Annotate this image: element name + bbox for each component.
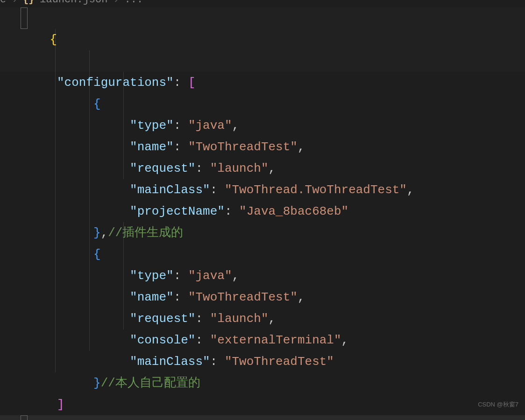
json-key: "name" [130, 140, 174, 154]
chevron-right-icon: › [12, 0, 17, 5]
code-line[interactable]: "console": "externalTerminal", [0, 329, 525, 351]
json-key: "mainClass" [130, 355, 210, 369]
json-key: "type" [130, 269, 174, 283]
code-line[interactable]: "type": "java", [0, 115, 525, 136]
json-string: "java" [188, 119, 232, 133]
json-string: "Java_8bac68eb" [239, 204, 348, 218]
code-line[interactable]: } [0, 415, 525, 420]
json-file-icon: {} [23, 0, 34, 5]
json-string: "TwoThreadTest" [225, 355, 334, 369]
code-line[interactable]: { [0, 93, 525, 115]
code-line[interactable]: { [0, 7, 525, 72]
comment: //本人自己配置的 [101, 376, 200, 390]
code-line[interactable]: "name": "TwoThreadTest", [0, 287, 525, 308]
json-key: "mainClass" [130, 183, 210, 197]
code-line[interactable]: "mainClass": "TwoThread.TwoThreadTest", [0, 179, 525, 201]
breadcrumb-trailing[interactable]: ... [124, 0, 143, 5]
json-key: "console" [130, 333, 195, 347]
json-string: "TwoThreadTest" [188, 140, 298, 154]
code-line[interactable]: "name": "TwoThreadTest", [0, 136, 525, 158]
code-line[interactable]: { [0, 244, 525, 265]
json-string: "externalTerminal" [210, 333, 341, 347]
code-line[interactable]: "projectName": "Java_8bac68eb" [0, 201, 525, 222]
json-string: "launch" [210, 312, 269, 326]
breadcrumb-prefix: e [0, 0, 6, 5]
breadcrumb-filename[interactable]: launch.json [40, 0, 107, 5]
watermark: CSDN @秋窗7 [478, 394, 518, 415]
code-line[interactable]: "type": "java", [0, 265, 525, 287]
json-key: "projectName" [130, 204, 225, 218]
code-line[interactable]: },//插件生成的 [0, 222, 525, 244]
code-editor[interactable]: { "configurations": [ { "type": "java", … [0, 7, 525, 420]
code-line[interactable]: "request": "launch", [0, 308, 525, 329]
json-key: "request" [130, 312, 195, 326]
code-line[interactable]: ] [0, 394, 525, 415]
code-line[interactable]: "request": "launch", [0, 158, 525, 179]
json-string: "TwoThreadTest" [188, 290, 298, 304]
chevron-right-icon: › [113, 0, 119, 5]
json-key: "type" [130, 119, 174, 133]
code-line[interactable]: "configurations": [ [0, 72, 525, 93]
json-string: "java" [188, 269, 232, 283]
json-key: "name" [130, 290, 174, 304]
code-line[interactable]: }//本人自己配置的 [0, 372, 525, 394]
breadcrumb[interactable]: e › {} launch.json › ... [0, 0, 525, 5]
comment: //插件生成的 [108, 226, 183, 240]
json-string: "TwoThread.TwoThreadTest" [225, 183, 407, 197]
json-key: "configurations" [57, 76, 174, 90]
json-string: "launch" [210, 161, 269, 175]
code-line[interactable]: "mainClass": "TwoThreadTest" [0, 351, 525, 372]
json-key: "request" [130, 161, 195, 175]
